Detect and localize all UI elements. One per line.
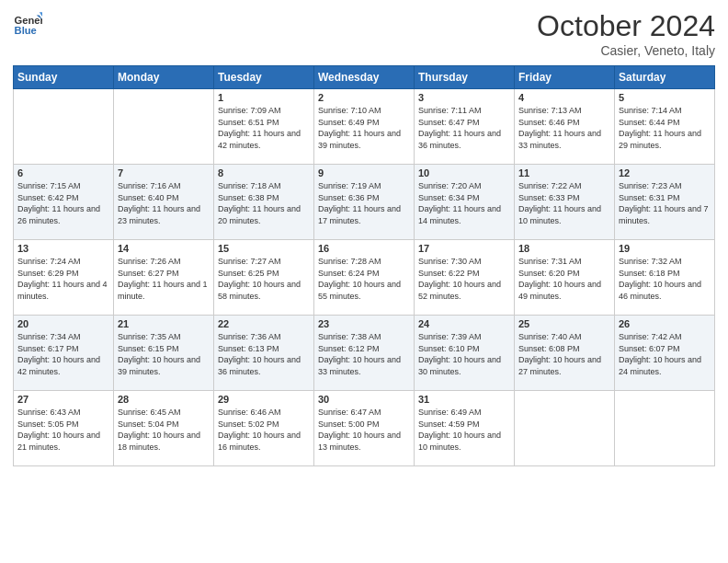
calendar-week-row: 27Sunrise: 6:43 AM Sunset: 5:05 PM Dayli… bbox=[14, 391, 715, 466]
day-number: 30 bbox=[318, 394, 410, 405]
calendar-cell: 11Sunrise: 7:22 AM Sunset: 6:33 PM Dayli… bbox=[515, 165, 615, 240]
day-info: Sunrise: 7:36 AM Sunset: 6:13 PM Dayligh… bbox=[218, 331, 310, 377]
day-info: Sunrise: 7:27 AM Sunset: 6:25 PM Dayligh… bbox=[218, 256, 310, 302]
day-info: Sunrise: 7:18 AM Sunset: 6:38 PM Dayligh… bbox=[218, 180, 310, 226]
calendar-cell: 1Sunrise: 7:09 AM Sunset: 6:51 PM Daylig… bbox=[214, 89, 314, 165]
day-info: Sunrise: 6:45 AM Sunset: 5:04 PM Dayligh… bbox=[118, 407, 210, 453]
calendar-cell: 5Sunrise: 7:14 AM Sunset: 6:44 PM Daylig… bbox=[615, 89, 715, 165]
calendar-week-row: 20Sunrise: 7:34 AM Sunset: 6:17 PM Dayli… bbox=[14, 316, 715, 391]
day-number: 10 bbox=[418, 167, 510, 178]
title-block: October 2024 Casier, Veneto, Italy bbox=[537, 9, 715, 58]
calendar-cell: 8Sunrise: 7:18 AM Sunset: 6:38 PM Daylig… bbox=[214, 165, 314, 240]
calendar-cell: 4Sunrise: 7:13 AM Sunset: 6:46 PM Daylig… bbox=[515, 89, 615, 165]
day-info: Sunrise: 7:20 AM Sunset: 6:34 PM Dayligh… bbox=[418, 180, 510, 226]
day-info: Sunrise: 7:09 AM Sunset: 6:51 PM Dayligh… bbox=[218, 105, 310, 151]
month-title: October 2024 bbox=[537, 9, 715, 43]
day-info: Sunrise: 7:24 AM Sunset: 6:29 PM Dayligh… bbox=[17, 256, 109, 302]
day-number: 17 bbox=[418, 243, 510, 254]
calendar-cell: 3Sunrise: 7:11 AM Sunset: 6:47 PM Daylig… bbox=[415, 89, 515, 165]
day-info: Sunrise: 7:26 AM Sunset: 6:27 PM Dayligh… bbox=[118, 256, 210, 302]
calendar-body: 1Sunrise: 7:09 AM Sunset: 6:51 PM Daylig… bbox=[14, 89, 715, 466]
day-number: 15 bbox=[218, 243, 310, 254]
day-number: 8 bbox=[218, 167, 310, 178]
svg-text:General: General bbox=[15, 15, 42, 26]
day-number: 25 bbox=[518, 318, 610, 329]
calendar-cell: 27Sunrise: 6:43 AM Sunset: 5:05 PM Dayli… bbox=[14, 391, 114, 466]
day-number: 11 bbox=[518, 167, 610, 178]
calendar-cell: 31Sunrise: 6:49 AM Sunset: 4:59 PM Dayli… bbox=[415, 391, 515, 466]
calendar-cell bbox=[515, 391, 615, 466]
weekday-header-cell: Monday bbox=[114, 66, 214, 89]
day-number: 1 bbox=[218, 92, 310, 103]
day-number: 27 bbox=[17, 394, 109, 405]
day-number: 14 bbox=[118, 243, 210, 254]
day-number: 4 bbox=[518, 92, 610, 103]
calendar-cell: 9Sunrise: 7:19 AM Sunset: 6:36 PM Daylig… bbox=[314, 165, 415, 240]
calendar-week-row: 1Sunrise: 7:09 AM Sunset: 6:51 PM Daylig… bbox=[14, 89, 715, 165]
day-number: 5 bbox=[619, 92, 711, 103]
calendar-cell: 20Sunrise: 7:34 AM Sunset: 6:17 PM Dayli… bbox=[14, 316, 114, 391]
day-number: 26 bbox=[619, 318, 711, 329]
day-info: Sunrise: 7:42 AM Sunset: 6:07 PM Dayligh… bbox=[619, 331, 711, 377]
calendar-cell: 28Sunrise: 6:45 AM Sunset: 5:04 PM Dayli… bbox=[114, 391, 214, 466]
calendar-table: SundayMondayTuesdayWednesdayThursdayFrid… bbox=[13, 65, 715, 466]
weekday-header-cell: Friday bbox=[515, 66, 615, 89]
day-info: Sunrise: 6:43 AM Sunset: 5:05 PM Dayligh… bbox=[17, 407, 109, 453]
day-info: Sunrise: 7:23 AM Sunset: 6:31 PM Dayligh… bbox=[619, 180, 711, 226]
day-info: Sunrise: 7:15 AM Sunset: 6:42 PM Dayligh… bbox=[17, 180, 109, 226]
calendar-cell: 15Sunrise: 7:27 AM Sunset: 6:25 PM Dayli… bbox=[214, 240, 314, 316]
calendar-cell: 17Sunrise: 7:30 AM Sunset: 6:22 PM Dayli… bbox=[415, 240, 515, 316]
day-number: 18 bbox=[518, 243, 610, 254]
calendar-cell: 25Sunrise: 7:40 AM Sunset: 6:08 PM Dayli… bbox=[515, 316, 615, 391]
calendar-cell: 14Sunrise: 7:26 AM Sunset: 6:27 PM Dayli… bbox=[114, 240, 214, 316]
day-info: Sunrise: 7:31 AM Sunset: 6:20 PM Dayligh… bbox=[518, 256, 610, 302]
day-number: 13 bbox=[17, 243, 109, 254]
calendar-week-row: 6Sunrise: 7:15 AM Sunset: 6:42 PM Daylig… bbox=[14, 165, 715, 240]
calendar-cell: 18Sunrise: 7:31 AM Sunset: 6:20 PM Dayli… bbox=[515, 240, 615, 316]
calendar-cell: 6Sunrise: 7:15 AM Sunset: 6:42 PM Daylig… bbox=[14, 165, 114, 240]
day-info: Sunrise: 7:13 AM Sunset: 6:46 PM Dayligh… bbox=[518, 105, 610, 151]
logo: General Blue bbox=[13, 9, 42, 39]
calendar-cell: 26Sunrise: 7:42 AM Sunset: 6:07 PM Dayli… bbox=[615, 316, 715, 391]
day-info: Sunrise: 7:10 AM Sunset: 6:49 PM Dayligh… bbox=[318, 105, 410, 151]
day-info: Sunrise: 7:40 AM Sunset: 6:08 PM Dayligh… bbox=[518, 331, 610, 377]
day-number: 22 bbox=[218, 318, 310, 329]
calendar-cell: 7Sunrise: 7:16 AM Sunset: 6:40 PM Daylig… bbox=[114, 165, 214, 240]
calendar-cell: 12Sunrise: 7:23 AM Sunset: 6:31 PM Dayli… bbox=[615, 165, 715, 240]
day-number: 21 bbox=[118, 318, 210, 329]
day-info: Sunrise: 7:30 AM Sunset: 6:22 PM Dayligh… bbox=[418, 256, 510, 302]
weekday-header-cell: Saturday bbox=[615, 66, 715, 89]
day-number: 9 bbox=[318, 167, 410, 178]
calendar-cell: 29Sunrise: 6:46 AM Sunset: 5:02 PM Dayli… bbox=[214, 391, 314, 466]
day-info: Sunrise: 7:35 AM Sunset: 6:15 PM Dayligh… bbox=[118, 331, 210, 377]
day-number: 31 bbox=[418, 394, 510, 405]
day-info: Sunrise: 7:22 AM Sunset: 6:33 PM Dayligh… bbox=[518, 180, 610, 226]
day-number: 7 bbox=[118, 167, 210, 178]
day-info: Sunrise: 6:47 AM Sunset: 5:00 PM Dayligh… bbox=[318, 407, 410, 453]
day-info: Sunrise: 7:39 AM Sunset: 6:10 PM Dayligh… bbox=[418, 331, 510, 377]
day-info: Sunrise: 7:11 AM Sunset: 6:47 PM Dayligh… bbox=[418, 105, 510, 151]
day-number: 6 bbox=[17, 167, 109, 178]
day-info: Sunrise: 7:38 AM Sunset: 6:12 PM Dayligh… bbox=[318, 331, 410, 377]
day-number: 2 bbox=[318, 92, 410, 103]
day-info: Sunrise: 7:32 AM Sunset: 6:18 PM Dayligh… bbox=[619, 256, 711, 302]
calendar-cell: 16Sunrise: 7:28 AM Sunset: 6:24 PM Dayli… bbox=[314, 240, 415, 316]
weekday-header-row: SundayMondayTuesdayWednesdayThursdayFrid… bbox=[14, 66, 715, 89]
day-info: Sunrise: 7:28 AM Sunset: 6:24 PM Dayligh… bbox=[318, 256, 410, 302]
day-number: 23 bbox=[318, 318, 410, 329]
day-number: 28 bbox=[118, 394, 210, 405]
day-info: Sunrise: 7:19 AM Sunset: 6:36 PM Dayligh… bbox=[318, 180, 410, 226]
calendar-cell: 10Sunrise: 7:20 AM Sunset: 6:34 PM Dayli… bbox=[415, 165, 515, 240]
calendar-cell: 22Sunrise: 7:36 AM Sunset: 6:13 PM Dayli… bbox=[214, 316, 314, 391]
weekday-header-cell: Sunday bbox=[14, 66, 114, 89]
calendar-cell bbox=[615, 391, 715, 466]
day-info: Sunrise: 7:14 AM Sunset: 6:44 PM Dayligh… bbox=[619, 105, 711, 151]
calendar-cell: 19Sunrise: 7:32 AM Sunset: 6:18 PM Dayli… bbox=[615, 240, 715, 316]
calendar-cell bbox=[114, 89, 214, 165]
day-info: Sunrise: 7:16 AM Sunset: 6:40 PM Dayligh… bbox=[118, 180, 210, 226]
day-number: 29 bbox=[218, 394, 310, 405]
day-info: Sunrise: 7:34 AM Sunset: 6:17 PM Dayligh… bbox=[17, 331, 109, 377]
day-number: 19 bbox=[619, 243, 711, 254]
calendar-cell: 30Sunrise: 6:47 AM Sunset: 5:00 PM Dayli… bbox=[314, 391, 415, 466]
weekday-header-cell: Thursday bbox=[415, 66, 515, 89]
